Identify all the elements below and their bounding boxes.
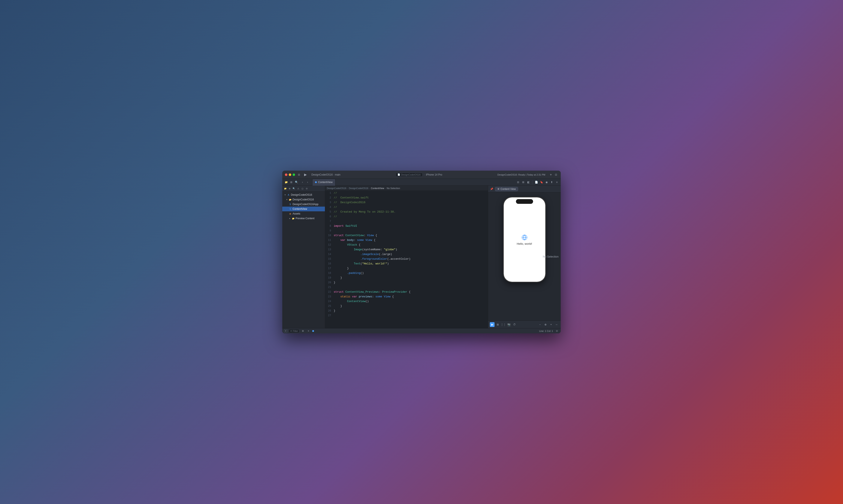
run-button[interactable]: ▶ — [303, 172, 308, 177]
tab-label: ContentView — [318, 181, 333, 184]
preview-live-icon[interactable]: ▶ — [490, 322, 495, 327]
line-num-12: 12 — [325, 242, 334, 247]
sidebar-item-contentview[interactable]: S ContentView — [282, 206, 325, 211]
preview-grid-icon[interactable]: ⊞ — [496, 322, 500, 327]
breakpoint-icon[interactable]: ◉ — [544, 180, 549, 184]
preview-timer-icon[interactable]: ⏱ — [512, 322, 517, 327]
zoom-in-icon[interactable]: + — [549, 322, 553, 327]
hierarchy-icon[interactable]: ≡ — [306, 329, 310, 333]
search-icon2[interactable]: 🔍 — [294, 180, 299, 184]
globe-icon — [521, 234, 528, 241]
code-line-26: 26 } — [325, 308, 488, 313]
code-line-13: 13 Image(systemName: "globe") — [325, 247, 488, 252]
preview-tab[interactable]: 👁 Content View — [495, 187, 518, 191]
zoom-out-icon[interactable]: − — [538, 322, 542, 327]
preview-layout-icon[interactable]: ⋮⋮ — [501, 322, 506, 327]
split-editor-icon[interactable]: ⊟ — [516, 180, 520, 184]
line-num-21: 21 — [325, 285, 334, 290]
hello-world-text: Hello, world! — [517, 242, 532, 245]
line-num-6: 6 — [325, 214, 334, 219]
xcode-window: ⊟ ▶ DesignCodeiOS16 › main 📄 DesignCodei… — [282, 170, 561, 334]
code-line-23: 23 static var previews: some View { — [325, 294, 488, 299]
preview-zoom-controls: − ⊕ + ↔ — [538, 322, 559, 327]
line-num-11: 11 — [325, 238, 334, 242]
line-content-24: ContentView() — [334, 299, 488, 304]
preview-bottom-bar: ▶ ⊞ ⋮⋮ 📷 ⏱ − ⊕ + ↔ — [488, 321, 561, 328]
code-line-14: 14 .imageScale(.large) — [325, 252, 488, 257]
code-scroll[interactable]: 1 // 2 // ContentView.swift 3 // DesignC… — [325, 191, 488, 328]
iphone-screen: Hello, world! — [504, 197, 545, 282]
line-content-23: static var previews: some View { — [334, 294, 488, 299]
folder-icon[interactable]: 📁 — [284, 180, 288, 184]
content-view-tab[interactable]: ContentView — [312, 179, 336, 186]
code-line-25: 25 } — [325, 304, 488, 308]
line-content-3: // DesignCodeiOS16 — [334, 200, 488, 205]
zoom-reset-icon[interactable]: ↔ — [554, 322, 559, 327]
code-editor: DesignCodeiOS16 › DesignCodeiOS16 › Cont… — [325, 186, 488, 328]
filter-label: Filter — [293, 330, 298, 332]
line-num-13: 13 — [325, 247, 334, 252]
preview-playback-controls: ▶ ⊞ ⋮⋮ 📷 ⏱ — [490, 322, 517, 327]
filter-box[interactable]: ⊘ Filter — [289, 329, 300, 333]
line-num-5: 5 — [325, 210, 334, 214]
preview-camera-icon[interactable]: 📷 — [506, 322, 511, 327]
zoom-fit-icon[interactable]: ⊕ — [543, 322, 548, 327]
status-left: + ⊘ Filter ⊞ ≡ — [284, 329, 310, 333]
line-content-11: var body: some View { — [334, 238, 488, 242]
add-icon[interactable]: + — [549, 173, 553, 177]
code-line-6: 6 // — [325, 214, 488, 219]
sidebar-item-app[interactable]: S DesignCodeiOS16App — [282, 202, 325, 206]
source-control-icon[interactable]: ⊕ — [288, 187, 291, 190]
line-content-17: } — [334, 266, 488, 271]
add-target-button[interactable]: + — [284, 329, 287, 333]
file-icon: 📄 — [397, 174, 400, 176]
line-content-13: Image(systemName: "globe") — [334, 247, 488, 252]
line-num-23: 23 — [325, 294, 334, 299]
split-view-icon[interactable]: ⊡ — [554, 173, 558, 177]
sidebar-item-assets[interactable]: ⊞ Assets — [282, 211, 325, 216]
sidebar-project-root[interactable]: ▾ A DesignCodeiOS16 — [282, 193, 325, 197]
list-view-icon[interactable]: ⊞ — [301, 329, 305, 333]
bookmark-icon[interactable]: 🔖 — [539, 180, 543, 184]
sidebar-tree: ▾ A DesignCodeiOS16 ▾ 📂 DesignCodeiOS16 … — [282, 192, 325, 328]
layout-icon[interactable]: ⊞ — [521, 180, 525, 184]
toolbar: 📁 ⊞ 🔍 ‹ › ContentView ⊟ ⊞ ◧ 📄 🔖 ◉ ⬆ ≡ — [282, 179, 561, 186]
status-bar: + ⊘ Filter ⊞ ≡ Line: 1 Col: 1 ⊡ — [282, 328, 561, 334]
add-file-icon[interactable]: 📄 — [534, 180, 538, 184]
line-content-2: // ContentView.swift — [334, 196, 488, 200]
code-line-2: 2 // ContentView.swift — [325, 196, 488, 200]
sidebar-item-preview-content[interactable]: ▸ 📁 Preview Content — [282, 216, 325, 221]
sidebar-group-designcode[interactable]: ▾ 📂 DesignCodeiOS16 — [282, 197, 325, 202]
inspector-icon[interactable]: ⊞ — [289, 180, 293, 184]
close-button[interactable] — [285, 174, 287, 176]
code-line-3: 3 // DesignCodeiOS16 — [325, 200, 488, 205]
traffic-lights — [285, 174, 295, 176]
debug-icon[interactable]: ⊙ — [305, 187, 308, 190]
code-line-27: 27 — [325, 313, 488, 318]
line-num-27: 27 — [325, 313, 334, 318]
code-line-15: 15 .foregroundColor(.accentColor) — [325, 257, 488, 262]
more-icon[interactable]: ≡ — [555, 180, 559, 184]
status-expand-icon[interactable]: ⊡ — [555, 329, 559, 333]
issue-icon[interactable]: ⚠ — [297, 187, 300, 190]
project-name-label: DesignCodeiOS16 — [311, 173, 333, 176]
line-num-15: 15 — [325, 257, 334, 262]
maximize-button[interactable] — [292, 174, 295, 176]
pin-icon[interactable]: 📌 — [490, 187, 493, 191]
back-icon[interactable]: ‹ — [300, 180, 305, 184]
line-num-18: 18 — [325, 271, 334, 275]
search-sidebar-icon[interactable]: 🔍 — [292, 187, 295, 190]
folder-nav-icon[interactable]: 📁 — [284, 187, 287, 190]
iphone-frame: Hello, world! — [503, 197, 546, 283]
test-icon[interactable]: ◻ — [301, 187, 304, 190]
share-icon[interactable]: ⬆ — [550, 180, 554, 184]
titlebar-status: DesignCodeiOS16: Ready | Today at 2:31 P… — [498, 174, 545, 176]
minimize-button[interactable] — [289, 174, 291, 176]
canvas-icon[interactable]: ◧ — [526, 180, 531, 184]
line-num-16: 16 — [325, 262, 334, 266]
line-content-25: } — [334, 304, 488, 308]
title-bar: ⊟ ▶ DesignCodeiOS16 › main 📄 DesignCodei… — [282, 170, 561, 179]
sidebar-toggle-icon[interactable]: ⊟ — [297, 173, 301, 177]
forward-icon[interactable]: › — [305, 180, 310, 184]
breadcrumb-no-selection: No Selection — [387, 187, 400, 190]
